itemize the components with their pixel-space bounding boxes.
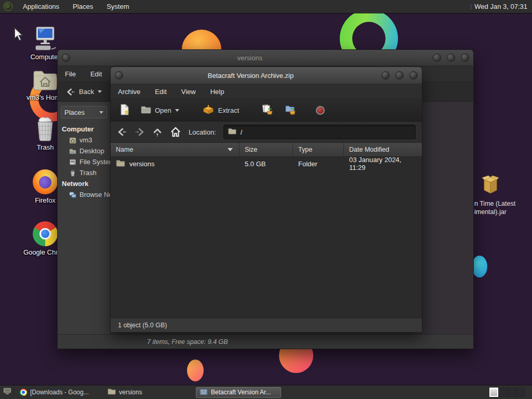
menu-edit[interactable]: Edit xyxy=(83,66,109,82)
trash-icon xyxy=(69,169,76,177)
open-button[interactable]: Open xyxy=(138,104,182,117)
back-button[interactable]: Back xyxy=(62,86,106,98)
filesystem-icon xyxy=(69,158,76,166)
back-arrow-icon[interactable] xyxy=(117,127,127,137)
archive-manager-icon xyxy=(200,388,208,397)
location-value: / xyxy=(241,128,243,136)
chrome-icon xyxy=(20,389,27,396)
sidebar-item-computer[interactable]: Computer xyxy=(58,124,110,135)
workspace-3[interactable] xyxy=(507,388,516,397)
wallpaper-dot xyxy=(472,256,487,277)
location-label: Location: xyxy=(189,128,216,136)
menu-help[interactable]: Help xyxy=(203,84,232,99)
menu-system[interactable]: System xyxy=(100,0,136,13)
extract-icon xyxy=(202,105,215,116)
chevron-down-icon xyxy=(99,111,103,114)
home-icon xyxy=(69,137,76,144)
window-menu-button[interactable] xyxy=(115,71,123,79)
top-panel: Applications Places System ⁞⁞ Wed Jan 3,… xyxy=(0,0,532,13)
back-arrow-icon xyxy=(66,87,75,97)
close-button[interactable] xyxy=(409,71,418,79)
workspace-1[interactable] xyxy=(489,388,498,397)
sidebar-mode-label: Places xyxy=(64,109,85,116)
clock[interactable]: Wed Jan 3, 07:31 xyxy=(474,3,532,10)
taskbar-item-versions[interactable]: versions xyxy=(104,387,190,398)
minimize-button[interactable] xyxy=(381,71,390,79)
location-input[interactable]: / xyxy=(223,125,416,139)
desktop-root: Computer vm3's Home Trash Firefox xyxy=(0,0,532,399)
forward-arrow-icon[interactable] xyxy=(135,127,145,137)
column-header-name[interactable]: Name xyxy=(111,143,240,156)
add-folder-icon xyxy=(285,104,296,116)
window-menu-button[interactable] xyxy=(62,54,70,62)
jar-archive-icon xyxy=(482,175,526,196)
new-archive-icon xyxy=(120,104,129,117)
archive-manager-toolbar: Open Extract xyxy=(111,99,422,122)
row-size: 5.0 GB xyxy=(240,157,293,170)
window-title: Betacraft Version Archive.zip xyxy=(131,72,370,79)
add-files-icon xyxy=(262,104,273,116)
taskbar-item-chrome-downloads[interactable]: [Downloads - Goog... xyxy=(17,387,102,398)
menu-file[interactable]: File xyxy=(58,66,83,82)
folder-icon xyxy=(116,159,125,168)
workspace-switcher xyxy=(489,388,525,397)
sidebar-item-trash[interactable]: Trash xyxy=(58,167,110,178)
back-label: Back xyxy=(79,88,94,96)
window-title: versions xyxy=(78,54,421,62)
minimize-button[interactable] xyxy=(433,54,441,62)
partial-file-item[interactable]: n Time (Latest imental).jar xyxy=(474,175,526,216)
menu-places[interactable]: Places xyxy=(66,0,100,13)
file-manager-titlebar[interactable]: versions xyxy=(58,50,473,66)
workspace-4[interactable] xyxy=(516,388,525,397)
show-desktop-icon xyxy=(3,388,11,397)
maximize-button[interactable] xyxy=(395,71,404,79)
sidebar-item-network[interactable]: Network xyxy=(58,178,110,189)
add-folder-button[interactable] xyxy=(282,103,299,118)
computer-icon xyxy=(23,25,67,51)
sidebar-item-filesystem[interactable]: File System xyxy=(58,156,110,167)
row-date-modified: 03 January 2024, 11:29 xyxy=(344,157,422,170)
location-bar: Location: / xyxy=(111,122,422,143)
menu-applications[interactable]: Applications xyxy=(16,0,66,13)
column-header-size[interactable]: Size xyxy=(240,143,293,156)
taskbar-item-archive-manager[interactable]: Betacraft Version Ar... xyxy=(196,387,281,398)
column-header-date-modified[interactable]: Date Modified xyxy=(344,143,422,156)
open-label: Open xyxy=(155,107,171,114)
add-files-button[interactable] xyxy=(259,103,276,118)
places-sidebar: Places Computer vm3 Desktop xyxy=(58,102,111,334)
archive-manager-statusbar: 1 object (5.0 GB) xyxy=(111,318,422,332)
file-manager-statusbar: 7 items, Free space: 9.4 GB xyxy=(58,334,473,349)
maximize-button[interactable] xyxy=(447,54,455,62)
close-button[interactable] xyxy=(461,54,469,62)
panel-grip-handle[interactable]: ⁞⁞ xyxy=(470,4,471,10)
partial-file-label-line1: n Time (Latest xyxy=(474,200,526,208)
back-history-caret[interactable] xyxy=(98,90,102,93)
new-archive-button[interactable] xyxy=(117,102,132,118)
sidebar-item-home[interactable]: vm3 xyxy=(58,135,110,145)
menu-edit[interactable]: Edit xyxy=(148,84,174,99)
home-icon[interactable] xyxy=(170,127,181,137)
folder-icon xyxy=(228,128,236,136)
menu-view[interactable]: View xyxy=(174,84,203,99)
archive-manager-menubar: Archive Edit View Help xyxy=(111,84,422,99)
archive-manager-titlebar[interactable]: Betacraft Version Archive.zip xyxy=(111,67,422,84)
row-type: Folder xyxy=(293,157,344,170)
mouse-cursor xyxy=(14,27,23,44)
sidebar-item-desktop[interactable]: Desktop xyxy=(58,145,110,156)
partial-file-label-line2: imental).jar xyxy=(474,208,526,216)
up-arrow-icon[interactable] xyxy=(152,127,163,137)
table-row[interactable]: versions 5.0 GB Folder 03 January 2024, … xyxy=(111,157,422,170)
sidebar-item-browse-network[interactable]: Browse Network xyxy=(58,189,110,200)
extract-button[interactable]: Extract xyxy=(199,103,242,117)
show-desktop-button[interactable] xyxy=(1,387,14,398)
open-folder-icon xyxy=(141,105,151,115)
column-header-type[interactable]: Type xyxy=(293,143,344,156)
sidebar-mode-select[interactable]: Places xyxy=(61,106,107,118)
open-dropdown-caret[interactable] xyxy=(175,109,179,112)
extract-label: Extract xyxy=(218,107,239,114)
distro-logo[interactable] xyxy=(4,2,12,11)
stop-button[interactable] xyxy=(313,104,328,116)
workspace-2[interactable] xyxy=(498,388,507,397)
archive-file-list[interactable]: versions 5.0 GB Folder 03 January 2024, … xyxy=(111,157,422,318)
menu-archive[interactable]: Archive xyxy=(111,84,148,99)
